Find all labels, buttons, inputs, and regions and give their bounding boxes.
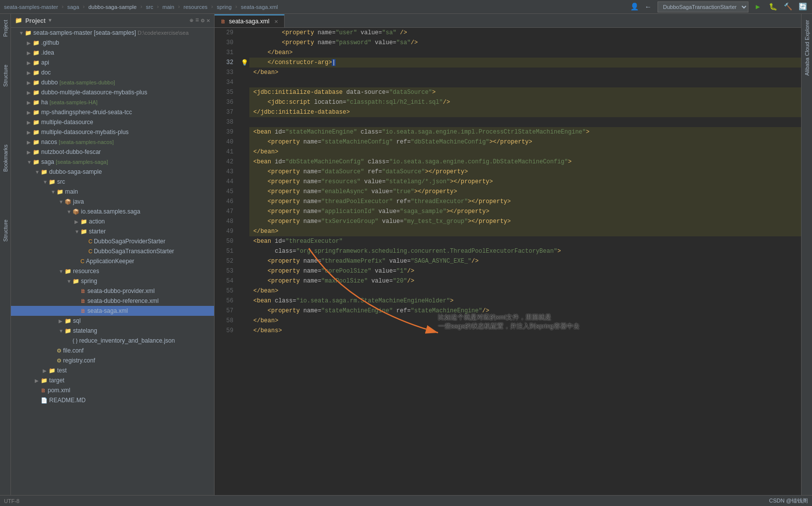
tree-item-multiple-mybatis[interactable]: ▶ 📁 multiple-datasource-mybatis-plus: [11, 127, 214, 137]
tab-saga-xml[interactable]: 🗎 seata-saga.xml ✕: [215, 14, 285, 27]
gutter-32-bulb[interactable]: 💡: [239, 58, 249, 68]
breadcrumb-file[interactable]: seata-saga.xml: [241, 4, 278, 10]
close-icon[interactable]: ✕: [207, 17, 210, 24]
tree-item-json[interactable]: ▶ { } reduce_inventory_and_balance.json: [11, 336, 214, 346]
tree-item-dubbo-saga[interactable]: ▼ 📁 dubbo-saga-sample: [11, 167, 214, 177]
tree-item-registry-conf[interactable]: ▶ ⚙ registry.conf: [11, 356, 214, 365]
panel-title: Project: [25, 17, 46, 24]
tree-item-target[interactable]: ▶ 📁 target: [11, 375, 214, 385]
tab-close-btn[interactable]: ✕: [274, 19, 278, 24]
gutter-55: [239, 286, 249, 296]
tree-item-nutzboot[interactable]: ▶ 📁 nutzboot-dubbo-fescar: [11, 147, 214, 157]
tree-item-spring[interactable]: ▼ 📁 spring: [11, 276, 214, 286]
ln-38: 38: [215, 117, 239, 127]
code-content[interactable]: <property name="user" value="sa" /> <pro…: [249, 28, 801, 495]
tree-item-resources[interactable]: ▼ 📁 resources: [11, 266, 214, 276]
code-line-37: </jdbc:initialize-database>: [249, 107, 801, 117]
run-button[interactable]: ▶: [752, 1, 763, 12]
structure-tab2[interactable]: Structure: [1, 216, 10, 246]
tree-item-provider-xml[interactable]: ▶ 🗎 seata-dubbo-provider.xml: [11, 286, 214, 296]
bottom-right: CSDN @锚钱阁: [769, 497, 808, 505]
settings-icon[interactable]: ⚙: [201, 17, 205, 24]
tree-item-idea[interactable]: ▶ 📁 .idea: [11, 48, 214, 58]
ln-53: 53: [215, 266, 239, 276]
breadcrumb-resources[interactable]: resources: [183, 4, 207, 10]
tree-item-ha[interactable]: ▶ 📁 ha [seata-samples-HA]: [11, 97, 214, 107]
ln-45: 45: [215, 187, 239, 197]
tree-item-action[interactable]: ▶ 📁 action: [11, 217, 214, 226]
tree-item-multiple-ds[interactable]: ▶ 📁 multiple-datasource: [11, 117, 214, 127]
breadcrumb-saga[interactable]: saga: [67, 4, 79, 10]
tree-item-main[interactable]: ▼ 📁 main: [11, 187, 214, 197]
tree-item-github[interactable]: ▶ 📁 .github: [11, 38, 214, 48]
tree-item-dubbo[interactable]: ▶ 📁 dubbo [seata-samples-dubbo]: [11, 77, 214, 87]
tree-item-api[interactable]: ▶ 📁 api: [11, 58, 214, 68]
tree-item-saga-xml[interactable]: ▶ 🗎 seata-saga.xml: [11, 306, 214, 316]
ln-30: 30: [215, 38, 239, 48]
ln-49: 49: [215, 226, 239, 236]
debug-button[interactable]: 🐛: [767, 1, 778, 12]
update-button[interactable]: 🔄: [797, 1, 808, 12]
main-content: Project Structure Bookmarks Structure 📁 …: [0, 14, 812, 495]
gutter-36: [239, 97, 249, 107]
code-line-50: <bean id="threadExecutor": [249, 236, 801, 246]
tree-item-readme[interactable]: ▶ 📄 README.MD: [11, 395, 214, 405]
tree-item-mp[interactable]: ▶ 📁 mp-shadingsphere-druid-seata-tcc: [11, 107, 214, 117]
sync-icon[interactable]: ⊕: [190, 17, 193, 24]
ln-35: 35: [215, 87, 239, 97]
build-button[interactable]: 🔨: [782, 1, 793, 12]
tree-item-package[interactable]: ▼ 📦 io.seata.samples.saga: [11, 207, 214, 217]
breadcrumb-sep: ›: [177, 4, 181, 10]
tree-item-statelang[interactable]: ▼ 📁 statelang: [11, 326, 214, 336]
tree-item-pom[interactable]: ▶ 🗎 pom.xml: [11, 385, 214, 395]
tree-item-transaction-starter[interactable]: ▶ C DubboSagaTransactionStarter: [11, 246, 214, 256]
collapse-icon[interactable]: ≡: [195, 17, 199, 24]
tree-item-doc[interactable]: ▶ 📁 doc: [11, 68, 214, 77]
gutter-49: [239, 226, 249, 236]
bulb-icon[interactable]: 💡: [241, 59, 248, 67]
tree-item-reference-xml[interactable]: ▶ 🗎 seata-dubbo-reference.xml: [11, 296, 214, 306]
tree-item-dubbo-multiple[interactable]: ▶ 📁 dubbo-multiple-datasource-mybatis-pl…: [11, 87, 214, 97]
structure-tab[interactable]: Structure: [1, 61, 10, 91]
breadcrumb-main[interactable]: main: [162, 4, 174, 10]
ln-51: 51: [215, 246, 239, 256]
gutter-57: [239, 306, 249, 316]
panel-icons: ⊕ ≡ ⚙ ✕: [190, 17, 210, 24]
tree-root[interactable]: ▼ 📁 seata-samples-master [seata-samples]…: [11, 28, 214, 38]
ln-44: 44: [215, 177, 239, 187]
tree-item-saga[interactable]: ▼ 📁 saga [seata-samples-saga]: [11, 157, 214, 167]
tree-item-sql[interactable]: ▶ 📁 sql: [11, 316, 214, 326]
breadcrumb-spring[interactable]: spring: [217, 4, 231, 10]
gutter-40: [239, 137, 249, 147]
right-tab-alibaba[interactable]: Alibaba Cloud Explorer: [803, 16, 812, 80]
dropdown-icon[interactable]: ▼: [49, 18, 52, 23]
breadcrumb-sep: ›: [61, 4, 65, 10]
tree-item-starter[interactable]: ▼ 📁 starter: [11, 226, 214, 236]
bookmarks-tab[interactable]: Bookmarks: [1, 141, 10, 176]
ln-56: 56: [215, 296, 239, 306]
annotation-line1: 比如这个就是对应的xml文件，里面就是: [438, 313, 580, 322]
gutter-39: [239, 127, 249, 137]
code-line-45: <property name="enableAsync" value="true…: [249, 187, 801, 197]
bottom-bar: UTF-8 CSDN @锚钱阁: [0, 495, 812, 506]
gutter-48: [239, 217, 249, 226]
status-text: UTF-8: [4, 498, 19, 504]
run-config-select[interactable]: DubboSagaTransactionStarter: [658, 1, 748, 12]
tree-item-provider-starter[interactable]: ▶ C DubboSagaProviderStarter: [11, 236, 214, 246]
back-icon[interactable]: ←: [643, 1, 654, 12]
breadcrumb-seata-samples[interactable]: seata-samples-master: [4, 4, 58, 10]
ln-52: 52: [215, 256, 239, 266]
tree-item-nacos[interactable]: ▶ 📁 nacos [seata-samples-nacos]: [11, 137, 214, 147]
tree-item-test[interactable]: ▶ 📁 test: [11, 365, 214, 375]
tree-item-java[interactable]: ▼ 📦 java: [11, 197, 214, 207]
breadcrumb-sep: ›: [156, 4, 159, 10]
breadcrumb-dubbo-saga[interactable]: dubbo-saga-sample: [88, 4, 137, 10]
tree-item-file-conf[interactable]: ▶ ⚙ file.conf: [11, 346, 214, 356]
tree-item-src[interactable]: ▼ 📁 src: [11, 177, 214, 187]
breadcrumb-src[interactable]: src: [146, 4, 153, 10]
code-line-33: </bean>: [249, 68, 801, 77]
tree-item-app-keeper[interactable]: ▶ C ApplicationKeeper: [11, 256, 214, 266]
project-tab[interactable]: Project: [1, 16, 10, 41]
line-numbers: 29 30 31 32 33 34 35 36 37 38 39 40 41 4…: [215, 28, 239, 495]
gutter-31: [239, 48, 249, 58]
